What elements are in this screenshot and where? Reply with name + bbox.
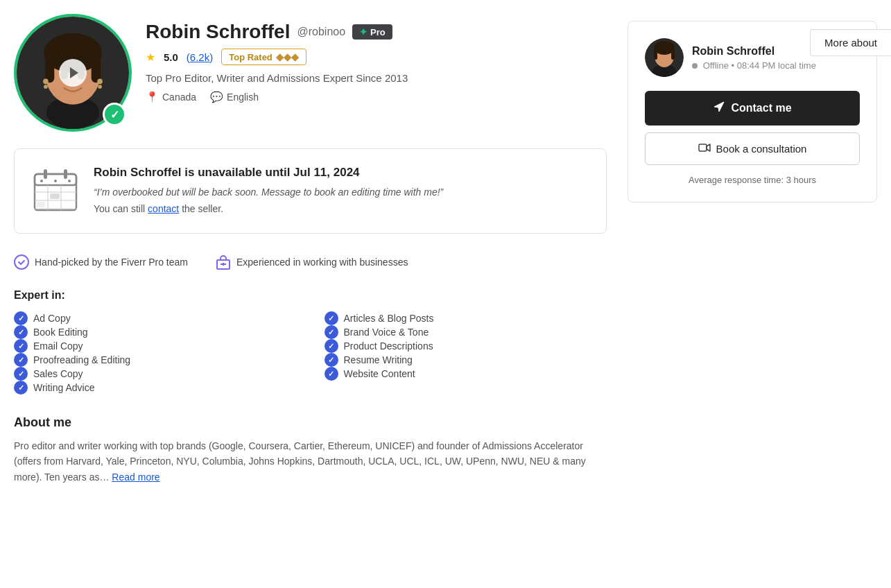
diamonds-icon: ◆◆◆ <box>276 51 299 62</box>
more-about-button[interactable]: More about <box>810 29 891 56</box>
check-icon <box>325 311 338 325</box>
play-button[interactable] <box>59 59 87 87</box>
svg-point-22 <box>54 180 57 182</box>
feature-experienced: Experienced in working with businesses <box>216 254 408 270</box>
svg-rect-25 <box>64 169 67 179</box>
pro-shield-icon: ✦ <box>359 26 367 37</box>
expert-item-sales-copy: Sales Copy <box>14 367 297 381</box>
check-icon <box>325 325 338 339</box>
top-rated-badge: Top Rated ◆◆◆ <box>221 49 306 65</box>
about-text: Pro editor and writer working with top b… <box>14 438 607 485</box>
verified-badge: ✓ <box>103 103 126 126</box>
sidebar-seller-name: Robin Schroffel <box>692 45 816 58</box>
chat-icon: 💬 <box>210 91 223 103</box>
svg-rect-37 <box>671 49 675 60</box>
svg-rect-24 <box>44 169 47 179</box>
expert-title: Expert in: <box>14 289 607 302</box>
profile-info: Robin Schroffel @robinoo ✦ Pro ★ 5.0 (6.… <box>146 14 607 103</box>
check-icon <box>14 367 28 381</box>
location-meta: 📍 Canada <box>146 91 196 103</box>
expert-item-writing-advice: Writing Advice <box>14 381 297 395</box>
expert-grid: Ad Copy Book Editing Email Copy Proofrea… <box>14 311 607 395</box>
svg-point-21 <box>40 180 43 182</box>
business-icon <box>216 254 231 270</box>
unavailability-content: Robin Schroffel is unavailable until Jul… <box>94 166 443 214</box>
pro-badge: ✦ Pro <box>352 24 392 40</box>
handpicked-label: Hand-picked by the Fiverr Pro team <box>35 257 188 268</box>
expert-item-email-copy: Email Copy <box>14 339 297 353</box>
svg-rect-27 <box>35 202 45 207</box>
rating-value: 5.0 <box>164 51 178 63</box>
svg-rect-38 <box>699 144 707 151</box>
feature-handpicked: Hand-picked by the Fiverr Pro team <box>14 254 188 270</box>
profile-meta: 📍 Canada 💬 English <box>146 91 607 103</box>
video-icon <box>698 141 711 156</box>
read-more-link[interactable]: Read more <box>112 472 159 483</box>
unavailability-contact-text: You can still contact the seller. <box>94 203 443 214</box>
check-icon <box>14 339 28 353</box>
expert-item-product-descriptions: Product Descriptions <box>325 339 607 353</box>
experienced-label: Experienced in working with businesses <box>236 257 408 268</box>
svg-rect-26 <box>50 193 60 199</box>
profile-tagline: Top Pro Editor, Writer and Admissions Ex… <box>146 72 607 84</box>
calendar-icon <box>31 166 80 216</box>
language-meta: 💬 English <box>210 91 259 103</box>
svg-point-23 <box>68 180 71 182</box>
sidebar-status: Offline • 08:44 PM local time <box>692 60 816 71</box>
unavailability-title: Robin Schroffel is unavailable until Jul… <box>94 166 443 180</box>
unavailability-box: Robin Schroffel is unavailable until Jul… <box>14 148 607 234</box>
svg-point-10 <box>43 79 49 85</box>
about-section: About me Pro editor and writer working w… <box>14 415 607 485</box>
svg-point-11 <box>44 85 48 89</box>
check-icon <box>14 311 28 325</box>
check-icon <box>325 353 338 367</box>
star-icon: ★ <box>146 51 155 64</box>
book-consultation-button[interactable]: Book a consultation <box>645 132 860 165</box>
response-time: Average response time: 3 hours <box>645 175 860 185</box>
location-icon: 📍 <box>146 91 159 103</box>
check-icon <box>14 381 28 395</box>
contact-seller-link[interactable]: contact <box>148 203 179 214</box>
svg-point-13 <box>98 85 102 89</box>
expert-item-brand-voice: Brand Voice & Tone <box>325 325 607 339</box>
features-row: Hand-picked by the Fiverr Pro team Exper… <box>14 254 607 270</box>
expert-item-website-content: Website Content <box>325 367 607 381</box>
check-icon <box>325 367 338 381</box>
expert-item-resume-writing: Resume Writing <box>325 353 607 367</box>
unavailability-quote: “I’m overbooked but will be back soon. M… <box>94 187 443 198</box>
status-dot <box>692 63 698 69</box>
handpicked-icon <box>14 254 29 270</box>
profile-header: ✓ Robin Schroffel @robinoo ✦ Pro ★ 5.0 (… <box>14 14 607 132</box>
rating-count[interactable]: (6.2k) <box>187 51 213 63</box>
contact-me-button[interactable]: Contact me <box>645 91 860 126</box>
check-icon <box>14 353 28 367</box>
sidebar: Robin Schroffel Offline • 08:44 PM local… <box>628 14 877 499</box>
svg-point-28 <box>15 255 28 269</box>
expert-item-proofreading: Proofreading & Editing <box>14 353 297 367</box>
send-icon <box>713 101 725 116</box>
check-icon <box>14 325 28 339</box>
expert-section: Expert in: Ad Copy Book Editing Email Co… <box>14 289 607 395</box>
svg-point-12 <box>97 79 103 85</box>
check-icon <box>325 339 338 353</box>
profile-name: Robin Schroffel <box>146 21 290 43</box>
avatar-wrapper: ✓ <box>14 14 132 132</box>
expert-item-articles: Articles & Blog Posts <box>325 311 607 325</box>
about-title: About me <box>14 415 607 430</box>
svg-rect-36 <box>654 49 657 60</box>
profile-handle: @robinoo <box>297 26 345 38</box>
sidebar-avatar <box>645 38 684 77</box>
expert-item-ad-copy: Ad Copy <box>14 311 297 325</box>
expert-item-book-editing: Book Editing <box>14 325 297 339</box>
rating-row: ★ 5.0 (6.2k) Top Rated ◆◆◆ <box>146 49 607 65</box>
